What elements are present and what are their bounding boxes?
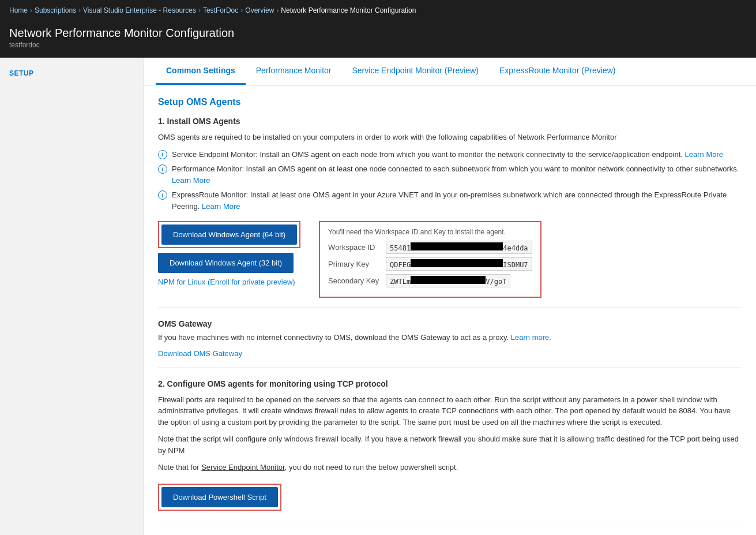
secondary-key-row: Secondary Key ZWTLmV/goT <box>328 274 532 287</box>
learn-more-link-2[interactable]: Learn More <box>172 176 210 185</box>
bullet-performance-monitor: i Performance Monitor: Install an OMS ag… <box>158 163 742 186</box>
setup-oms-title: Setup OMS Agents <box>158 97 742 107</box>
step2-section: 2. Configure OMS agents for monitoring u… <box>158 379 742 517</box>
download-buttons-group: Download Windows Agent (64 bit) Download… <box>158 221 300 286</box>
step2-body3: Note that for Service Endpoint Monitor, … <box>158 462 742 473</box>
tab-content: Setup OMS Agents 1. Install OMS Agents O… <box>144 85 755 535</box>
info-icon-1: i <box>158 150 167 159</box>
breadcrumb-home[interactable]: Home <box>9 6 28 14</box>
gateway-learn-more-link[interactable]: Learn more. <box>511 333 551 342</box>
primary-key-row: Primary Key QDFEGISDMU7 <box>328 257 532 271</box>
download-ps-button[interactable]: Download Powershell Script <box>161 487 278 507</box>
workspace-id-row: Workspace ID 554814e4dda <box>328 241 532 254</box>
primary-key-value: QDFEGISDMU7 <box>386 257 532 271</box>
secondary-key-redacted <box>411 276 486 284</box>
workspace-id-label: Workspace ID <box>328 243 386 252</box>
learn-more-link-1[interactable]: Learn More <box>685 150 723 159</box>
sidebar: SETUP <box>0 58 144 535</box>
service-endpoint-monitor-ref: Service Endpoint Monitor <box>201 463 285 472</box>
secondary-key-label: Secondary Key <box>328 276 386 285</box>
breadcrumb-current: Network Performance Monitor Configuratio… <box>281 6 416 14</box>
bullet-service-endpoint: i Service Endpoint Monitor: Install an O… <box>158 149 742 160</box>
gateway-body: If you have machines with no internet co… <box>158 332 742 343</box>
main-layout: SETUP Common Settings Performance Monito… <box>0 58 756 535</box>
breadcrumb-vs-enterprise[interactable]: Visual Studio Enterprise - Resources <box>83 6 196 14</box>
download-64-button[interactable]: Download Windows Agent (64 bit) <box>161 225 297 245</box>
divider-3 <box>158 526 742 526</box>
tab-expressroute-monitor[interactable]: ExpressRoute Monitor (Preview) <box>489 58 626 85</box>
workspace-id-redacted <box>411 242 503 250</box>
tabs-bar: Common Settings Performance Monitor Serv… <box>144 58 756 85</box>
page-subtitle: testfordoc <box>9 41 747 49</box>
npm-linux-link[interactable]: NPM for Linux (Enroll for private previe… <box>158 278 295 286</box>
primary-key-label: Primary Key <box>328 260 386 268</box>
tab-performance-monitor[interactable]: Performance Monitor <box>246 58 342 85</box>
page-header: Network Performance Monitor Configuratio… <box>0 21 756 58</box>
divider-1 <box>158 307 742 308</box>
learn-more-link-3[interactable]: Learn More <box>202 202 240 211</box>
breadcrumb-overview[interactable]: Overview <box>245 6 274 14</box>
tab-common-settings[interactable]: Common Settings <box>156 58 246 85</box>
breadcrumb-bar: Home › Subscriptions › Visual Studio Ent… <box>0 0 756 21</box>
download-area: Download Windows Agent (64 bit) Download… <box>158 221 742 298</box>
breadcrumb-subscriptions[interactable]: Subscriptions <box>35 6 76 14</box>
step1-body: OMS agents are required to be installed … <box>158 132 742 143</box>
page-title: Network Performance Monitor Configuratio… <box>9 27 747 40</box>
secondary-key-value: ZWTLmV/goT <box>386 274 510 287</box>
divider-2 <box>158 367 742 368</box>
gateway-download-link[interactable]: Download OMS Gateway <box>158 349 242 358</box>
step2-title: 2. Configure OMS agents for monitoring u… <box>158 379 742 388</box>
breadcrumb-testfordoc[interactable]: TestForDoc <box>203 6 238 14</box>
primary-key-redacted <box>411 259 503 267</box>
download-32-button[interactable]: Download Windows Agent (32 bit) <box>158 253 294 273</box>
gateway-section: OMS Gateway If you have machines with no… <box>158 319 742 358</box>
workspace-info-box: You'll need the Workspace ID and Key to … <box>319 221 541 298</box>
download-64-highlight: Download Windows Agent (64 bit) <box>158 221 300 248</box>
sidebar-item-setup[interactable]: SETUP <box>0 63 144 83</box>
tab-service-endpoint-monitor[interactable]: Service Endpoint Monitor (Preview) <box>342 58 489 85</box>
download-ps-highlight: Download Powershell Script <box>158 484 281 511</box>
bullet-expressroute-monitor: i ExpressRoute Monitor: Install at least… <box>158 189 742 212</box>
gateway-title: OMS Gateway <box>158 319 742 328</box>
step1-title: 1. Install OMS Agents <box>158 117 742 126</box>
info-icon-3: i <box>158 190 167 200</box>
info-icon-2: i <box>158 164 167 174</box>
workspace-note: You'll need the Workspace ID and Key to … <box>328 228 532 236</box>
step2-body2: Note that the script will configure only… <box>158 433 742 456</box>
main-content: Common Settings Performance Monitor Serv… <box>144 58 756 535</box>
workspace-id-value: 554814e4dda <box>386 241 532 254</box>
step2-body1: Firewall ports are required to be opened… <box>158 394 742 428</box>
